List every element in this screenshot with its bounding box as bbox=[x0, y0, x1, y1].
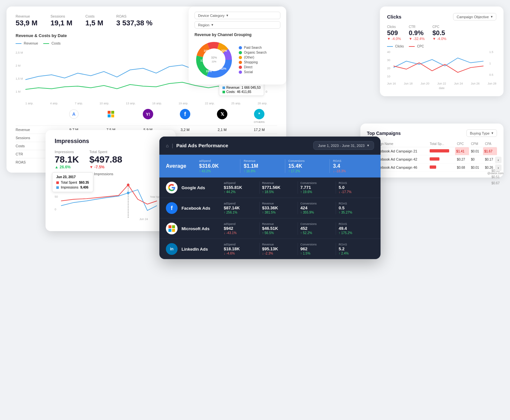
linkedin-ads-metrics: adSpend $18.18K ↓ -4.6% Revenue $95.13K … bbox=[221, 243, 374, 255]
facebook-ads-metrics: adSpend $87.14K ↑ 256.1% Revenue $33.36K… bbox=[221, 202, 374, 214]
imp-value: 78.1K bbox=[55, 154, 79, 165]
avg-conversions-value: 15.4K bbox=[289, 163, 326, 169]
microsoft-ads-icon-wrap bbox=[166, 223, 178, 234]
legend-costs: Costs bbox=[43, 41, 60, 45]
legend-clicks-line: Clicks bbox=[387, 45, 404, 48]
revenue-channel-card: Device Category ▾ Region ▾ Revenue by Ch… bbox=[189, 7, 286, 85]
others-revenue: 17,2 M bbox=[241, 128, 277, 132]
imp-metrics: Impressions 78.1K ▲ 26.6% Total Spent $4… bbox=[55, 150, 167, 169]
svg-text:1,5 M: 1,5 M bbox=[16, 77, 23, 80]
svg-text:40: 40 bbox=[387, 50, 390, 54]
impressions-legend: Impressions bbox=[94, 172, 113, 176]
svg-point-23 bbox=[204, 50, 224, 70]
clicks-kpi-cpc: CPC $0.5 ▼ -4.0% bbox=[432, 25, 446, 41]
imp-impressions-metric: Impressions 78.1K ▲ 26.6% bbox=[55, 150, 79, 169]
cpc-legend-label: CPC bbox=[417, 45, 424, 48]
tooltip-costs-sq bbox=[222, 91, 225, 93]
tooltip-revenue-label: Revenue: bbox=[226, 86, 240, 89]
date-range-dropdown[interactable]: June 1, 2023 - June 31, 2023 ▾ bbox=[313, 141, 374, 150]
ms-adspend: adSpend $942 ↓ -43.1% bbox=[221, 222, 259, 235]
legend-shopping: Shopping bbox=[239, 60, 266, 64]
kpi-roas-label: ROAS bbox=[116, 14, 153, 18]
svg-text:1: 1 bbox=[489, 62, 491, 65]
svg-rect-14 bbox=[111, 111, 114, 114]
impressions-title: Impressions bbox=[55, 138, 167, 145]
google-ads-icon: A bbox=[69, 109, 79, 119]
ms-conversions: Conversions 452 ↑ 52.2% bbox=[298, 222, 336, 235]
legend-revenue: Revenue bbox=[16, 41, 38, 45]
svg-rect-13 bbox=[108, 111, 111, 114]
google-icon bbox=[168, 184, 176, 191]
buying-type-dropdown[interactable]: Buying Type ▾ bbox=[466, 129, 497, 137]
ctr-value: 0.9% bbox=[409, 29, 425, 37]
svg-text:22%: 22% bbox=[221, 67, 226, 70]
svg-text:32%: 32% bbox=[211, 56, 217, 59]
channel-yahoo: Y! bbox=[130, 109, 166, 124]
campaigns-table: Campaign Name Total Sp... CPC CPM CPA 1.… bbox=[367, 141, 497, 172]
region-label: Region bbox=[198, 23, 209, 27]
google-conversions: Conversions 7.771 ↑ 19.6% bbox=[298, 181, 336, 194]
cpc-label: CPC bbox=[432, 25, 446, 29]
svg-rect-48 bbox=[168, 229, 171, 232]
avg-roas: ROAS 3.4 ↓ -18.3% bbox=[329, 159, 374, 173]
campaign-1-cpm: $0.01 bbox=[469, 147, 483, 155]
clicks-kpi-ctr: CTR 0.9% ▼ -32.4% bbox=[409, 25, 425, 41]
facebook-icon: f bbox=[180, 109, 190, 119]
svg-text:0: 0 bbox=[55, 208, 56, 211]
impressions-card: Impressions Impressions 78.1K ▲ 26.6% To… bbox=[46, 130, 176, 231]
facebook-ads-name: Facebook Ads bbox=[181, 206, 217, 211]
spend-bar-1 bbox=[430, 149, 449, 152]
avg-roas-value: 3.4 bbox=[333, 163, 371, 169]
top-campaigns-card: Top Campaigns Buying Type ▾ Campaign Nam… bbox=[360, 124, 503, 177]
table-row: 2. Facebook Ad Campaign 42 $0.27 $0 $0.1… bbox=[367, 155, 497, 164]
avg-revenue-value: $1.1M bbox=[244, 163, 281, 169]
campaign-objective-dropdown[interactable]: Campaign Objective ▾ bbox=[453, 13, 496, 20]
clicks-title: Clicks bbox=[387, 14, 401, 20]
svg-text:A: A bbox=[72, 112, 75, 117]
col-cpa: CPA bbox=[483, 141, 497, 147]
kpi-costs-value: 1,5 M bbox=[86, 19, 103, 27]
clicks-legend-label: Clicks bbox=[395, 45, 404, 48]
device-category-dropdown[interactable]: Device Category ▾ bbox=[195, 12, 280, 19]
clicks-header: Clicks Campaign Objective ▾ bbox=[387, 13, 496, 20]
spend-bar-3 bbox=[430, 165, 436, 169]
scroll-down-arrow[interactable]: › bbox=[495, 164, 502, 171]
tc-title: Top Campaigns bbox=[367, 131, 401, 136]
campaign-1-spend bbox=[428, 147, 455, 155]
social-label: Social bbox=[244, 70, 253, 74]
campaign-3-cpm: $0.01 bbox=[469, 164, 483, 172]
legend-costs-dot bbox=[43, 43, 49, 44]
microsoft-ads-name: Microsoft Ads bbox=[181, 226, 217, 231]
imp-change: ▲ 26.6% bbox=[55, 165, 79, 169]
pie-chart: 32% 22% 32% 22% 15% 11% 10% bbox=[195, 40, 234, 79]
kpi-sessions-label: Sessions bbox=[50, 14, 72, 18]
svg-text:22%: 22% bbox=[212, 60, 216, 63]
svg-text:15%: 15% bbox=[206, 70, 212, 73]
clicks-chart: 40 30 20 10 1.5 1 0.5 bbox=[387, 48, 496, 81]
svg-text:20: 20 bbox=[387, 67, 390, 70]
campaign-3-cpc: $0.68 bbox=[455, 164, 469, 172]
svg-point-43 bbox=[127, 191, 129, 194]
scroll-up-arrow[interactable]: ‹ bbox=[495, 157, 502, 163]
twitter-icon: 𝕏 bbox=[217, 109, 227, 119]
other-dot bbox=[239, 56, 242, 59]
svg-text:2 M: 2 M bbox=[16, 64, 20, 67]
region-dropdown[interactable]: Region ▾ bbox=[195, 21, 280, 29]
ms-roas: ROAS 49.4 ↑ 175.2% bbox=[336, 222, 374, 235]
svg-text:1 M: 1 M bbox=[16, 90, 20, 93]
campaign-1-cpc: $1.41 bbox=[455, 147, 469, 155]
home-icon: ⌂ bbox=[166, 143, 168, 148]
channel-others: * OTHERS bbox=[241, 109, 277, 124]
campaign-2-cpm: $0 bbox=[469, 155, 483, 164]
facebook-ads-row: f Facebook Ads adSpend $87.14K ↑ 256.1% … bbox=[159, 198, 381, 218]
campaign-objective-label: Campaign Objective bbox=[457, 15, 489, 19]
imp-spent-metric: Total Spent $497.88 ▼ -7.5% bbox=[89, 150, 122, 169]
paid-ads-card: ⌂ | Paid Ads Performance June 1, 2023 - … bbox=[159, 137, 381, 259]
chevron-down-icon-tc: ▾ bbox=[491, 131, 493, 135]
imp-tooltip-imp-label: Impressions bbox=[61, 186, 78, 189]
avg-adspend-change: ↑ 43.2% bbox=[199, 169, 237, 173]
ctr-label: CTR bbox=[409, 25, 425, 29]
legend-revenue-dot bbox=[16, 43, 21, 44]
cpc-value: $0.5 bbox=[432, 29, 446, 37]
li-conversions: Conversions 962 ↑ 1.5% bbox=[298, 243, 336, 255]
